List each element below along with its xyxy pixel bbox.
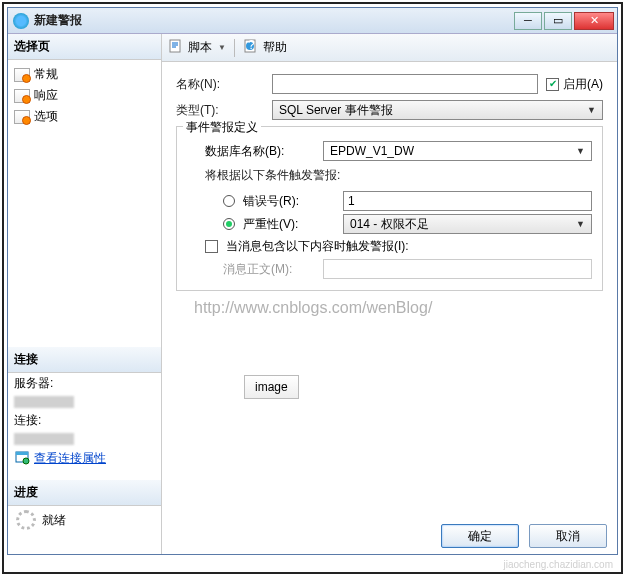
chevron-down-icon: ▼ <box>576 146 585 156</box>
name-label: 名称(N): <box>176 76 264 93</box>
fieldset-legend: 事件警报定义 <box>183 119 261 136</box>
enable-label: 启用(A) <box>563 76 603 93</box>
script-icon <box>168 38 184 57</box>
sidebar-item-label: 响应 <box>34 87 58 104</box>
bottom-watermark: jiaocheng.chazidian.com <box>503 559 613 570</box>
script-button[interactable]: 脚本 <box>188 39 212 56</box>
conn-label: 连接: <box>8 410 161 431</box>
image-button[interactable]: image <box>244 375 299 399</box>
view-props-text: 查看连接属性 <box>34 450 106 467</box>
enable-checkbox[interactable]: ✔ <box>546 78 559 91</box>
view-connection-link[interactable]: 查看连接属性 <box>8 447 161 470</box>
page-icon <box>14 68 30 82</box>
errno-radio[interactable] <box>223 195 235 207</box>
help-icon: ? <box>243 38 259 57</box>
severity-combo[interactable]: 014 - 权限不足 ▼ <box>343 214 592 234</box>
watermark-text: http://www.cnblogs.com/wenBlog/ <box>194 299 603 317</box>
pages-header: 选择页 <box>8 34 161 60</box>
svg-text:?: ? <box>248 38 255 52</box>
errno-input[interactable] <box>343 191 592 211</box>
msg-contains-label: 当消息包含以下内容时触发警报(I): <box>226 238 409 255</box>
cancel-button[interactable]: 取消 <box>529 524 607 548</box>
errno-label: 错误号(R): <box>243 193 335 210</box>
info-icon <box>13 13 29 29</box>
ok-button[interactable]: 确定 <box>441 524 519 548</box>
sidebar-item-response[interactable]: 响应 <box>8 85 161 106</box>
page-icon <box>14 89 30 103</box>
server-label: 服务器: <box>8 373 161 394</box>
minimize-button[interactable]: ─ <box>514 12 542 30</box>
name-input[interactable] <box>272 74 538 94</box>
db-value: EPDW_V1_DW <box>330 144 414 158</box>
db-combo[interactable]: EPDW_V1_DW ▼ <box>323 141 592 161</box>
sidebar-item-options[interactable]: 选项 <box>8 106 161 127</box>
progress-header: 进度 <box>8 480 161 506</box>
svg-rect-3 <box>170 40 180 52</box>
chevron-down-icon: ▼ <box>587 105 596 115</box>
condition-text: 将根据以下条件触发警报: <box>187 165 592 188</box>
type-combo[interactable]: SQL Server 事件警报 ▼ <box>272 100 603 120</box>
toolbar: 脚本 ▼ ? 帮助 <box>162 34 617 62</box>
sidebar-item-label: 常规 <box>34 66 58 83</box>
db-label: 数据库名称(B): <box>205 143 315 160</box>
severity-label: 严重性(V): <box>243 216 335 233</box>
type-label: 类型(T): <box>176 102 264 119</box>
sidebar-item-label: 选项 <box>34 108 58 125</box>
page-icon <box>14 110 30 124</box>
separator <box>234 39 235 57</box>
main-panel: 脚本 ▼ ? 帮助 名称(N): ✔ 启用(A) 类型(T <box>162 34 617 554</box>
severity-value: 014 - 权限不足 <box>350 216 429 233</box>
msg-text-label: 消息正文(M): <box>223 261 315 278</box>
svg-point-2 <box>23 458 29 464</box>
close-button[interactable]: ✕ <box>574 12 614 30</box>
connection-header: 连接 <box>8 347 161 373</box>
event-fieldset: 事件警报定义 数据库名称(B): EPDW_V1_DW ▼ 将根据以下条件触发警… <box>176 126 603 291</box>
properties-icon <box>14 449 30 468</box>
msg-text-input <box>323 259 592 279</box>
chevron-down-icon: ▼ <box>576 219 585 229</box>
sidebar-item-general[interactable]: 常规 <box>8 64 161 85</box>
sidebar: 选择页 常规 响应 选项 连接 服务器: 连接: <box>8 34 162 554</box>
titlebar: 新建警报 ─ ▭ ✕ <box>8 8 617 34</box>
dialog-window: 新建警报 ─ ▭ ✕ 选择页 常规 响应 选项 <box>7 7 618 555</box>
server-value <box>14 396 74 408</box>
help-button[interactable]: 帮助 <box>263 39 287 56</box>
maximize-button[interactable]: ▭ <box>544 12 572 30</box>
ready-label: 就绪 <box>42 512 66 529</box>
spinner-icon <box>16 510 36 530</box>
severity-radio[interactable] <box>223 218 235 230</box>
conn-value <box>14 433 74 445</box>
window-title: 新建警报 <box>34 12 514 29</box>
chevron-down-icon[interactable]: ▼ <box>218 43 226 52</box>
msg-contains-checkbox[interactable] <box>205 240 218 253</box>
svg-rect-1 <box>16 452 28 455</box>
type-value: SQL Server 事件警报 <box>279 102 393 119</box>
